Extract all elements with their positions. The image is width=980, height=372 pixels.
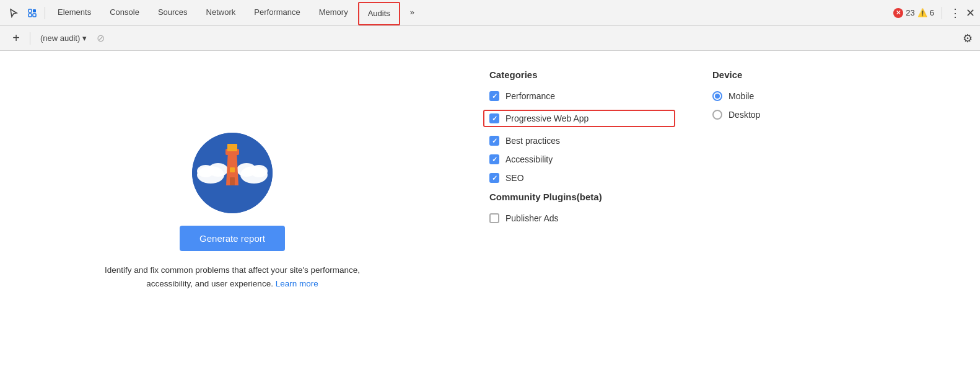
error-badge: ✕ 23 ⚠️ 6 <box>893 8 934 18</box>
checkmark-icon: ✓ <box>492 92 497 100</box>
tab-more[interactable]: » <box>401 0 423 26</box>
checkbox-seo-label: SEO <box>505 173 524 183</box>
checkbox-pwa[interactable]: ✓ Progressive Web App <box>483 110 675 127</box>
generate-report-button[interactable]: Generate report <box>180 226 285 251</box>
categories-section: Categories ✓ Performance ✓ Progressive W… <box>489 69 675 353</box>
checkbox-seo[interactable]: ✓ SEO <box>489 173 675 183</box>
new-audit-button[interactable]: + <box>7 30 25 47</box>
audit-bar-right: ⚙ <box>963 32 973 45</box>
device-section: Device Mobile Desktop <box>712 69 812 353</box>
audit-bar: + (new audit) ▾ ⊘ ⚙ <box>0 26 980 51</box>
checkbox-seo-box[interactable]: ✓ <box>489 173 499 183</box>
close-button[interactable]: ✕ <box>966 6 975 20</box>
checkbox-publisher-ads-box[interactable] <box>489 213 499 223</box>
radio-mobile-inner <box>715 94 720 99</box>
svg-point-10 <box>237 163 256 177</box>
left-panel: Generate report Identify and fix common … <box>0 51 465 372</box>
warning-icon: ⚠️ <box>917 8 927 18</box>
svg-rect-2 <box>28 14 32 17</box>
svg-rect-0 <box>28 9 32 12</box>
lighthouse-logo <box>192 133 273 213</box>
tab-console[interactable]: Console <box>101 0 148 26</box>
tab-audits[interactable]: Audits <box>358 2 400 25</box>
cancel-audit-icon[interactable]: ⊘ <box>97 32 105 44</box>
radio-desktop-label: Desktop <box>728 110 760 120</box>
tab-network[interactable]: Network <box>198 0 245 26</box>
tab-performance[interactable]: Performance <box>245 0 308 26</box>
toolbar-divider <box>45 7 45 19</box>
toolbar-right: ✕ 23 ⚠️ 6 ⋮ ✕ <box>893 6 975 20</box>
checkbox-best-practices-label: Best practices <box>505 136 560 146</box>
checkbox-performance-label: Performance <box>505 91 555 101</box>
devtools-toolbar: Elements Console Sources Network Perform… <box>0 0 980 26</box>
checkbox-pwa-label: Progressive Web App <box>505 113 588 123</box>
checkbox-accessibility[interactable]: ✓ Accessibility <box>489 154 675 164</box>
settings-button[interactable]: ⚙ <box>963 32 973 45</box>
device-title: Device <box>712 69 812 80</box>
svg-rect-14 <box>230 167 235 172</box>
checkbox-best-practices[interactable]: ✓ Best practices <box>489 136 675 146</box>
checkmark-icon: ✓ <box>492 115 497 123</box>
audit-bar-divider <box>30 32 30 45</box>
checkbox-publisher-ads-label: Publisher Ads <box>505 213 559 223</box>
svg-point-7 <box>208 163 228 177</box>
checkbox-accessibility-box[interactable]: ✓ <box>489 154 499 164</box>
checkmark-icon: ✓ <box>492 137 497 145</box>
checkbox-pwa-box[interactable]: ✓ <box>489 113 499 123</box>
radio-mobile[interactable]: Mobile <box>712 91 812 101</box>
cursor-icon[interactable] <box>5 4 22 22</box>
svg-rect-1 <box>33 9 36 12</box>
checkmark-icon: ✓ <box>492 156 497 164</box>
audit-dropdown[interactable]: (new audit) ▾ <box>35 31 92 45</box>
tab-elements[interactable]: Elements <box>49 0 100 26</box>
checkbox-accessibility-label: Accessibility <box>505 154 553 164</box>
checkbox-publisher-ads[interactable]: Publisher Ads <box>489 213 675 223</box>
toolbar-divider-2 <box>942 7 942 19</box>
radio-desktop[interactable]: Desktop <box>712 110 812 120</box>
checkbox-best-practices-box[interactable]: ✓ <box>489 136 499 146</box>
checkbox-performance[interactable]: ✓ Performance <box>489 91 675 101</box>
radio-mobile-button[interactable] <box>712 91 722 101</box>
svg-rect-13 <box>227 144 237 151</box>
tab-sources[interactable]: Sources <box>149 0 196 26</box>
checkbox-performance-box[interactable]: ✓ <box>489 91 499 101</box>
svg-rect-15 <box>230 177 235 185</box>
svg-rect-3 <box>33 14 36 17</box>
right-panel: Categories ✓ Performance ✓ Progressive W… <box>465 51 836 372</box>
more-options-button[interactable]: ⋮ <box>950 6 961 20</box>
tab-memory[interactable]: Memory <box>310 0 357 26</box>
categories-title: Categories <box>489 69 675 80</box>
description-text: Identify and fix common problems that af… <box>102 264 362 290</box>
element-picker-icon[interactable] <box>24 4 41 22</box>
checkmark-icon: ✓ <box>492 174 497 182</box>
radio-desktop-button[interactable] <box>712 110 722 120</box>
error-icon: ✕ <box>893 8 903 18</box>
radio-mobile-label: Mobile <box>728 91 754 101</box>
community-plugins-title: Community Plugins(beta) <box>489 192 675 202</box>
learn-more-link[interactable]: Learn more <box>276 279 318 288</box>
main-content: Generate report Identify and fix common … <box>0 51 980 372</box>
